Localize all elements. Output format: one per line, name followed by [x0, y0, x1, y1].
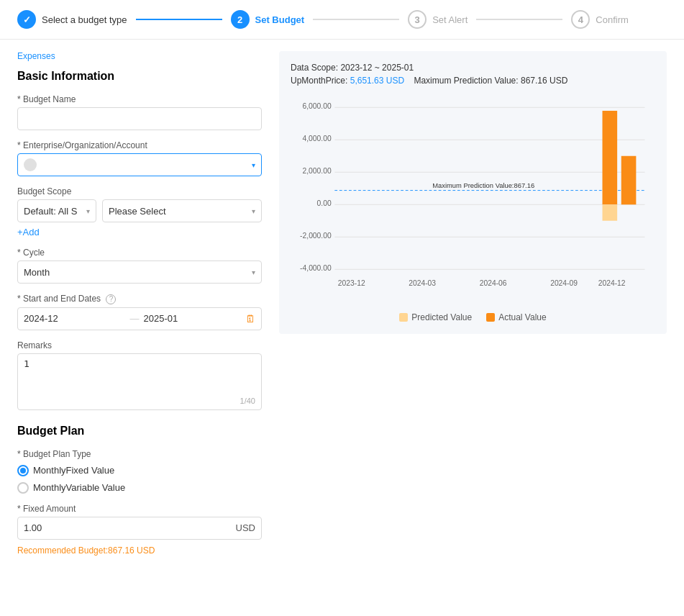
- step-4[interactable]: 4 Confirm: [571, 10, 629, 29]
- y-label-4000: 4,000.00: [303, 135, 332, 142]
- step-3[interactable]: 3 Set Alert: [408, 10, 468, 29]
- chart-panel: Data Scope: 2023-12 ~ 2025-01 UpMonthPri…: [279, 51, 667, 334]
- data-scope-value: 2023-12 ~ 2025-01: [340, 63, 414, 73]
- budget-scope-label: Budget Scope: [17, 186, 262, 196]
- plan-type-label: * Budget Plan Type: [17, 449, 262, 459]
- legend-actual-label: Actual Value: [498, 312, 547, 322]
- calendar-icon[interactable]: 🗓: [245, 313, 255, 325]
- scope-default-select[interactable]: Default: All S ▾: [17, 199, 96, 222]
- step-1: ✓ Select a budget type: [17, 10, 127, 29]
- remarks-wrapper: 1 1/40: [17, 353, 262, 410]
- y-label-neg4000: -4,000.00: [300, 264, 332, 272]
- chart-data-scope: Data Scope: 2023-12 ~ 2025-01: [291, 63, 655, 73]
- up-month-price-value: 5,651.63 USD: [350, 76, 404, 86]
- org-account-select[interactable]: ▾: [17, 153, 262, 176]
- cycle-text: Month: [24, 267, 252, 278]
- y-label-2000: 2,000.00: [303, 167, 332, 175]
- x-label-2024-09: 2024-09: [550, 279, 578, 287]
- add-link[interactable]: +Add: [17, 227, 40, 237]
- legend-predicted: Predicted Value: [399, 312, 472, 322]
- org-arrow-icon: ▾: [252, 161, 255, 169]
- step-connector-2-3: [313, 19, 399, 20]
- x-label-2023-12: 2023-12: [338, 279, 365, 287]
- fixed-amount-input[interactable]: [24, 522, 230, 533]
- step-3-label: Set Alert: [432, 14, 468, 25]
- scope-please-arrow-icon: ▾: [252, 207, 255, 215]
- date-end-value: 2025-01: [144, 313, 246, 324]
- right-panel: Data Scope: 2023-12 ~ 2025-01 UpMonthPri…: [279, 51, 667, 566]
- date-range-input[interactable]: 2024-12 — 2025-01 🗓: [17, 307, 262, 330]
- fixed-amount-wrapper: USD: [17, 517, 262, 540]
- left-panel: Expenses Basic Information * Budget Name…: [17, 51, 262, 566]
- plan-type-monthly-variable[interactable]: MonthlyVariable Value: [17, 482, 262, 494]
- max-pred-label: Maximum Prediction Value:: [414, 76, 518, 86]
- step-4-label: Confirm: [596, 14, 629, 25]
- plan-type-radio-group: MonthlyFixed Value MonthlyVariable Value: [17, 465, 262, 494]
- date-range-info-icon[interactable]: ?: [106, 294, 116, 304]
- scope-default-text: Default: All S: [24, 206, 86, 217]
- recommended-budget: Recommended Budget:867.16 USD: [17, 545, 262, 556]
- x-label-2024-06: 2024-06: [480, 279, 507, 287]
- date-start-value: 2024-12: [24, 313, 126, 324]
- scope-default-arrow-icon: ▾: [86, 207, 90, 215]
- monthly-fixed-radio-dot: [20, 468, 26, 474]
- data-scope-label: Data Scope:: [291, 63, 338, 73]
- org-account-label: * Enterprise/Organization/Account: [17, 140, 262, 150]
- date-range-label: * Start and End Dates ?: [17, 294, 262, 304]
- fixed-amount-currency: USD: [236, 522, 255, 533]
- monthly-fixed-label: MonthlyFixed Value: [33, 465, 114, 476]
- org-account-group: * Enterprise/Organization/Account ▾: [17, 140, 262, 176]
- monthly-variable-label: MonthlyVariable Value: [33, 482, 125, 493]
- remarks-textarea[interactable]: 1: [24, 358, 255, 394]
- org-icon: [24, 158, 37, 171]
- cycle-label: * Cycle: [17, 248, 262, 258]
- step-1-circle: ✓: [17, 10, 36, 29]
- remarks-count: 1/40: [24, 397, 255, 405]
- chart-legend: Predicted Value Actual Value: [291, 312, 655, 322]
- chart-price-info: UpMonthPrice: 5,651.63 USD Maximum Predi…: [291, 76, 655, 86]
- step-1-label: Select a budget type: [42, 14, 127, 25]
- date-separator: —: [130, 313, 140, 324]
- y-label-neg2000: -2,000.00: [300, 232, 332, 240]
- monthly-variable-radio-circle: [17, 482, 29, 494]
- monthly-fixed-radio-circle: [17, 465, 29, 476]
- budget-name-group: * Budget Name: [17, 94, 262, 130]
- cycle-arrow-icon: ▾: [252, 268, 255, 276]
- step-2-circle: 2: [231, 10, 250, 29]
- scope-row: Default: All S ▾ Please Select ▾: [17, 199, 262, 222]
- main-content: Expenses Basic Information * Budget Name…: [0, 40, 684, 577]
- stepper: ✓ Select a budget type 2 Set Budget 3 Se…: [0, 0, 684, 40]
- chart-svg-wrapper: 6,000.00 4,000.00 2,000.00 0.00 -2,000.0…: [291, 89, 655, 307]
- x-label-2024-03: 2024-03: [409, 279, 436, 287]
- prediction-line-label: Maximum Prediction Value:867.16: [432, 182, 534, 189]
- breadcrumb[interactable]: Expenses: [17, 51, 262, 61]
- step-connector-1-2: [136, 19, 222, 20]
- plan-type-group: * Budget Plan Type MonthlyFixed Value Mo…: [17, 449, 262, 494]
- legend-predicted-label: Predicted Value: [411, 312, 472, 322]
- y-label-6000: 6,000.00: [303, 102, 332, 110]
- date-range-label-text: * Start and End Dates: [17, 294, 101, 304]
- fixed-amount-group: * Fixed Amount USD Recommended Budget:86…: [17, 504, 262, 556]
- step-2[interactable]: 2 Set Budget: [231, 10, 305, 29]
- scope-please-text: Please Select: [109, 206, 252, 217]
- budget-plan-title: Budget Plan: [17, 425, 262, 438]
- y-label-0: 0.00: [317, 199, 332, 207]
- scope-please-select[interactable]: Please Select ▾: [102, 199, 262, 222]
- bar-actual-2024-12: [603, 111, 618, 204]
- step-4-circle: 4: [571, 10, 590, 29]
- budget-name-label: * Budget Name: [17, 94, 262, 104]
- plan-type-monthly-fixed[interactable]: MonthlyFixed Value: [17, 465, 262, 476]
- fixed-amount-label: * Fixed Amount: [17, 504, 262, 514]
- step-connector-3-4: [476, 19, 562, 20]
- legend-predicted-icon: [399, 313, 408, 322]
- legend-actual-icon: [486, 313, 495, 322]
- cycle-select[interactable]: Month ▾: [17, 261, 262, 284]
- legend-actual: Actual Value: [486, 312, 547, 322]
- up-month-price-label: UpMonthPrice:: [291, 76, 347, 86]
- budget-plan-section: Budget Plan * Budget Plan Type MonthlyFi…: [17, 425, 262, 556]
- cycle-group: * Cycle Month ▾: [17, 248, 262, 284]
- bar-chart-svg: 6,000.00 4,000.00 2,000.00 0.00 -2,000.0…: [291, 89, 655, 304]
- basic-info-title: Basic Information: [17, 70, 262, 83]
- bar-actual-2024-12b: [621, 156, 637, 205]
- budget-name-input[interactable]: [17, 107, 262, 130]
